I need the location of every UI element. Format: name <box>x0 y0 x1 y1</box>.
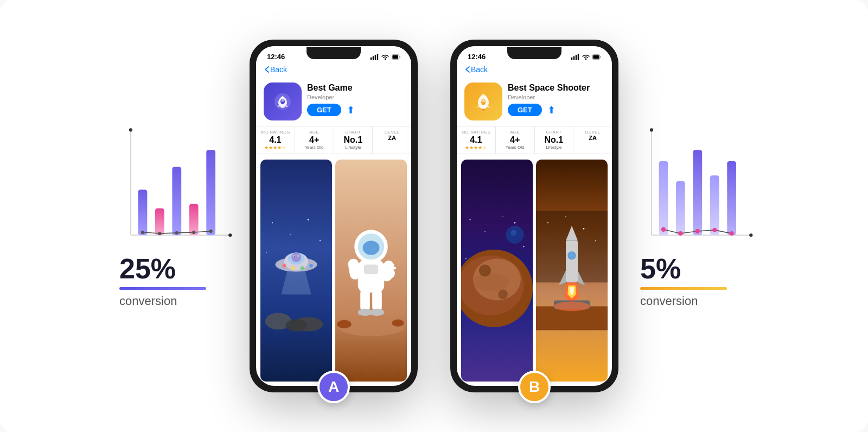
age-sub-a: Years Old <box>297 145 331 150</box>
age-value-a: 4+ <box>297 135 331 145</box>
devel-label-b: DEVEL <box>576 130 610 135</box>
svg-point-87 <box>583 228 585 230</box>
ratings-label-a: 661 RATINGS <box>258 130 292 135</box>
phone-b-back-btn[interactable]: Back <box>465 65 603 74</box>
svg-point-76 <box>502 217 503 218</box>
phone-b-ratings: 661 RATINGS 4.1 ★★★★☆ <box>457 126 496 154</box>
phone-b-chart: CHART No.1 Lifestyle <box>535 126 574 154</box>
svg-point-2 <box>129 128 132 131</box>
svg-point-73 <box>484 231 486 232</box>
phone-b-stats-row: 661 RATINGS 4.1 ★★★★☆ AGE 4+ Years Old C… <box>457 126 612 154</box>
svg-point-115 <box>729 231 733 235</box>
svg-rect-49 <box>364 265 378 275</box>
phone-a-screenshot-2 <box>335 160 407 382</box>
svg-point-78 <box>510 230 516 236</box>
svg-rect-7 <box>189 204 199 235</box>
devel-value-b: ZA <box>576 135 610 142</box>
ratings-value-b: 4.1 <box>459 135 493 145</box>
phone-b-notch <box>507 47 561 59</box>
ratings-label-b: 661 RATINGS <box>459 130 493 135</box>
phone-b-devel: DEVEL ZA <box>573 126 612 154</box>
scene-b1 <box>461 160 533 382</box>
svg-point-37 <box>283 264 286 268</box>
phone-b-status-icons <box>571 54 601 60</box>
devel-value-a: ZA <box>375 135 409 142</box>
phone-a-app-dev: Developer <box>307 94 404 100</box>
svg-point-13 <box>209 229 213 232</box>
phone-a-stats-row: 661 RATINGS 4.1 ★★★★☆ AGE 4+ Years Old C… <box>256 126 411 154</box>
phone-b-app-info: Best Space Shooter Developer GET ⬆ <box>508 82 604 116</box>
svg-point-39 <box>301 266 304 270</box>
age-label-b: AGE <box>498 130 532 135</box>
signal-icon-b <box>571 54 579 60</box>
svg-point-74 <box>523 246 524 247</box>
phone-a-notch <box>307 47 361 59</box>
chart-value-b: No.1 <box>537 135 571 145</box>
svg-point-40 <box>309 264 313 268</box>
left-conversion-info: 25% conversion <box>119 255 206 308</box>
chart-label-b: CHART <box>537 130 571 135</box>
chart-value-a: No.1 <box>336 135 371 145</box>
phone-b-time: 12:46 <box>468 53 486 61</box>
svg-rect-64 <box>573 56 575 60</box>
left-chart <box>119 124 239 244</box>
phone-a: 12:46 <box>250 40 418 392</box>
svg-marker-36 <box>282 271 311 295</box>
svg-point-38 <box>291 266 295 270</box>
svg-point-25 <box>290 234 291 236</box>
svg-point-35 <box>297 256 298 257</box>
svg-point-34 <box>294 256 295 257</box>
age-value-b: 4+ <box>498 135 532 145</box>
svg-point-43 <box>285 320 307 332</box>
ratings-value-a: 4.1 <box>258 135 292 145</box>
phone-a-age: AGE 4+ Years Old <box>295 126 334 154</box>
phone-b-screenshot-2 <box>536 160 608 382</box>
svg-rect-16 <box>375 55 376 60</box>
astronaut-scene-svg <box>335 160 407 382</box>
svg-point-89 <box>595 240 596 241</box>
svg-point-31 <box>291 253 301 263</box>
svg-point-3 <box>228 233 232 237</box>
svg-point-23 <box>272 222 273 223</box>
back-chevron-icon <box>265 66 269 73</box>
svg-point-27 <box>266 252 267 253</box>
svg-point-84 <box>498 290 508 300</box>
phone-b-app-header: Best Space Shooter Developer GET ⬆ <box>457 78 612 125</box>
svg-rect-110 <box>727 161 736 235</box>
phone-b-get-row: GET ⬆ <box>508 104 604 116</box>
svg-point-9 <box>141 230 144 233</box>
phone-b-app-dev: Developer <box>508 94 604 100</box>
planet-scene-svg <box>461 160 533 382</box>
svg-point-12 <box>192 230 195 233</box>
left-conversion-label: conversion <box>119 294 206 308</box>
svg-rect-17 <box>377 54 378 60</box>
phone-a-time: 12:46 <box>267 53 285 61</box>
battery-icon <box>392 54 400 60</box>
right-conversion-label: conversion <box>640 294 727 308</box>
phone-a-screen: 12:46 <box>256 46 411 386</box>
stars-b: ★★★★☆ <box>459 145 493 150</box>
right-conversion-info: 5% conversion <box>640 255 727 308</box>
svg-rect-14 <box>371 57 372 60</box>
phone-b-get-btn[interactable]: GET <box>508 104 542 116</box>
share-icon-a[interactable]: ⬆ <box>347 104 355 116</box>
share-icon-b[interactable]: ⬆ <box>547 104 556 116</box>
svg-point-62 <box>392 320 404 327</box>
phone-a-back-btn[interactable]: Back <box>265 65 403 74</box>
svg-rect-19 <box>392 55 398 59</box>
svg-rect-65 <box>576 55 577 60</box>
svg-rect-63 <box>571 57 572 60</box>
svg-rect-5 <box>155 208 164 235</box>
svg-point-24 <box>308 219 309 221</box>
chart-sub-b: Lifestyle <box>537 145 571 150</box>
svg-rect-4 <box>138 189 148 235</box>
svg-point-113 <box>695 228 700 233</box>
phone-b-screen: 12:46 <box>457 46 612 386</box>
phone-a-screenshot-1 <box>260 160 332 382</box>
svg-point-61 <box>337 320 351 328</box>
svg-point-101 <box>554 302 590 312</box>
svg-point-26 <box>320 240 321 241</box>
phone-a-get-btn[interactable]: GET <box>307 104 341 116</box>
left-stats-section: 25% conversion <box>98 124 250 308</box>
phone-b-app-icon <box>464 82 502 120</box>
